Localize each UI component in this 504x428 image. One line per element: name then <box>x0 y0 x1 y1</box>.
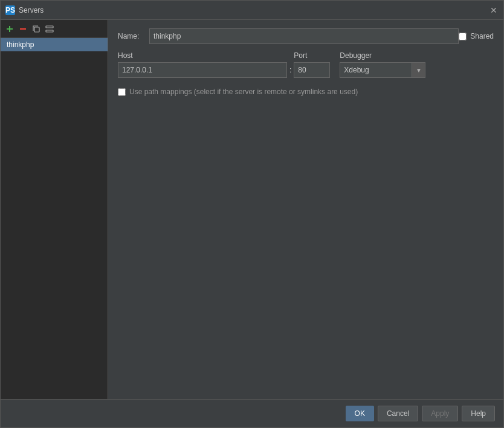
app-logo: PS <box>5 5 15 15</box>
shared-checkbox[interactable] <box>459 33 467 40</box>
sidebar: thinkphp <box>1 20 108 399</box>
host-input[interactable] <box>118 62 287 78</box>
path-mapping-row: Use path mappings (select if the server … <box>118 88 494 96</box>
svg-rect-4 <box>46 26 53 28</box>
remove-server-button[interactable] <box>18 24 28 34</box>
add-server-button[interactable] <box>4 24 15 34</box>
svg-rect-3 <box>34 27 39 32</box>
name-shared-row: Name: Shared <box>118 28 494 44</box>
port-label: Port <box>294 51 330 60</box>
colon-separator: : <box>287 62 294 78</box>
debugger-section: Debugger Xdebug Zend Debugger ▼ <box>340 51 425 78</box>
copy-server-button[interactable] <box>31 24 42 34</box>
apply-button[interactable]: Apply <box>422 406 458 421</box>
port-input[interactable] <box>294 62 330 78</box>
main-panel: Name: Shared Host : Port <box>108 20 503 399</box>
servers-dialog: PS Servers ✕ <box>0 0 504 428</box>
path-mapping-label: Use path mappings (select if the server … <box>129 88 358 96</box>
close-button[interactable]: ✕ <box>489 5 499 15</box>
host-section: Host <box>118 51 287 78</box>
move-server-button[interactable] <box>44 24 55 34</box>
title-bar: PS Servers ✕ <box>1 1 503 20</box>
host-label: Host <box>118 51 287 60</box>
debugger-dropdown-arrow[interactable]: ▼ <box>412 62 425 78</box>
name-input[interactable] <box>149 28 459 44</box>
debugger-select[interactable]: Xdebug Zend Debugger <box>340 62 412 78</box>
dialog-body: thinkphp Name: Shared Host <box>1 20 503 399</box>
sidebar-toolbar <box>1 20 108 38</box>
port-section: Port <box>294 51 330 78</box>
sidebar-item-thinkphp[interactable]: thinkphp <box>1 38 108 51</box>
dialog-title: Servers <box>19 6 44 14</box>
help-button[interactable]: Help <box>462 406 495 421</box>
shared-row: Shared <box>459 32 494 40</box>
name-left: Name: <box>118 28 459 44</box>
path-mapping-checkbox[interactable] <box>118 88 126 96</box>
shared-label: Shared <box>470 32 494 40</box>
server-list: thinkphp <box>1 38 108 399</box>
svg-rect-5 <box>46 30 53 32</box>
dialog-footer: OK Cancel Apply Help <box>1 399 503 427</box>
ok-button[interactable]: OK <box>346 406 374 421</box>
cancel-button[interactable]: Cancel <box>378 406 418 421</box>
debugger-label: Debugger <box>340 51 425 60</box>
name-label: Name: <box>118 32 144 40</box>
host-port-debugger-row: Host : Port Debugger Xdebug Zend Debugge… <box>118 51 494 78</box>
debugger-select-wrapper: Xdebug Zend Debugger ▼ <box>340 62 425 78</box>
